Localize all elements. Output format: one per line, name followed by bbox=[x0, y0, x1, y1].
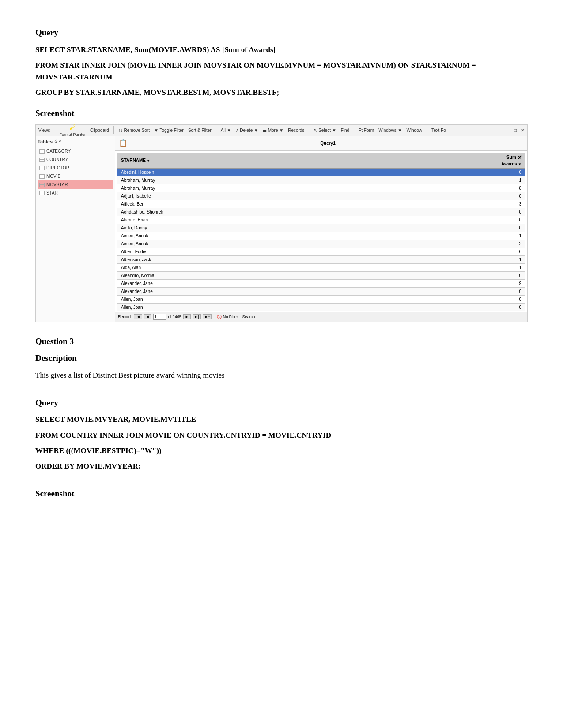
table-row: Adjani, Isabelle0 bbox=[117, 192, 525, 200]
cell-awards: 0 bbox=[490, 208, 525, 216]
ribbon-text-fo[interactable]: Text Fo bbox=[431, 127, 446, 134]
q3-query-label: Query bbox=[35, 397, 528, 409]
sidebar-item-country[interactable]: COUNTRY bbox=[38, 155, 113, 164]
ribbon-select[interactable]: ↖ Select ▼ bbox=[314, 127, 336, 134]
ribbon-window-label: Window bbox=[406, 127, 422, 134]
ribbon-delete[interactable]: ∧ Delete ▼ bbox=[236, 127, 258, 134]
cell-starname: Abraham, Murray bbox=[117, 176, 490, 184]
q3-heading: Question 3 bbox=[35, 335, 528, 348]
ribbon-clipboard[interactable]: Clipboard bbox=[90, 127, 109, 134]
ribbon-restore[interactable]: □ bbox=[514, 127, 517, 134]
q3-description-text: This gives a list of Distinct Best pictu… bbox=[35, 369, 528, 381]
clipboard-icon: 📋 bbox=[119, 138, 128, 149]
cell-starname: Allen, Joan bbox=[117, 303, 490, 311]
ribbon-sep-3 bbox=[216, 126, 216, 134]
q3-query-line-4: ORDER BY MOVIE.MVYEAR; bbox=[35, 460, 528, 472]
table-row: Affleck, Ben3 bbox=[117, 200, 525, 208]
table-row: Abedini, Hossein0 bbox=[117, 168, 525, 176]
results-table: STARNAME Sum of Awards Abedini, Hossein0… bbox=[117, 153, 525, 312]
query-line-1: SELECT STAR.STARNAME, Sum(MOVIE.AWRDS) A… bbox=[35, 44, 528, 56]
record-number-input[interactable] bbox=[153, 314, 166, 320]
record-prev-btn[interactable]: ◄ bbox=[144, 314, 151, 319]
table-row: Aiello, Danny0 bbox=[117, 224, 525, 232]
category-table-icon bbox=[39, 149, 45, 154]
director-table-icon bbox=[39, 166, 45, 170]
sidebar-label-movie: MOVIE bbox=[46, 173, 60, 180]
ribbon-toggle-filter[interactable]: ▼ Toggle Filter bbox=[154, 127, 184, 134]
cell-awards: 1 bbox=[490, 176, 525, 184]
search-label: Search bbox=[242, 314, 255, 320]
ribbon-close[interactable]: ✕ bbox=[521, 127, 525, 134]
screenshot-container: Views 🖌 Format Painter Clipboard ↑↓ Remo… bbox=[35, 124, 528, 322]
table-row: Allen, Joan0 bbox=[117, 295, 525, 303]
ribbon-minimize[interactable]: — bbox=[505, 127, 510, 134]
format-painter-icon: 🖌 bbox=[69, 123, 76, 132]
data-table-wrapper[interactable]: STARNAME Sum of Awards Abedini, Hossein0… bbox=[115, 151, 527, 312]
cell-awards: 0 bbox=[490, 287, 525, 295]
cell-awards: 2 bbox=[490, 240, 525, 248]
ribbon-sep-6 bbox=[427, 126, 427, 134]
cell-starname: Abedini, Hossein bbox=[117, 168, 490, 176]
table-row: Alexander, Jane0 bbox=[117, 287, 525, 295]
sidebar-item-star[interactable]: STAR bbox=[38, 189, 113, 197]
cell-starname: Albert, Eddie bbox=[117, 248, 490, 255]
cell-starname: Albertson, Jack bbox=[117, 255, 490, 263]
cell-starname: Affleck, Ben bbox=[117, 200, 490, 208]
cell-starname: Aiello, Danny bbox=[117, 224, 490, 232]
record-last-btn[interactable]: ►| bbox=[193, 314, 201, 319]
sidebar-item-director[interactable]: DIRECTOR bbox=[38, 164, 113, 172]
q3-query-line-1: SELECT MOVIE.MVYEAR, MOVIE.MVTITLE bbox=[35, 413, 528, 425]
q3-section: Question 3 Description This gives a list… bbox=[35, 335, 528, 500]
data-panel: 📋 Query1 STARNAME Sum of Awards Abedini,… bbox=[115, 136, 527, 322]
cell-awards: 0 bbox=[490, 216, 525, 224]
cell-awards: 0 bbox=[490, 224, 525, 232]
sidebar-collapse-btn[interactable]: ⊙ « bbox=[54, 139, 61, 145]
table-row: Abraham, Murray8 bbox=[117, 184, 525, 192]
cell-starname: Aghdashloo, Shohreh bbox=[117, 208, 490, 216]
table-row: Alexander, Jane9 bbox=[117, 279, 525, 287]
ribbon-remove-sort[interactable]: ↑↓ Remove Sort bbox=[118, 127, 150, 134]
sidebar-label-country: COUNTRY bbox=[46, 156, 68, 163]
sidebar-item-movstar[interactable]: MOVSTAR bbox=[38, 180, 113, 189]
cell-awards: 1 bbox=[490, 255, 525, 263]
filter-label: 🚫 No Filter bbox=[217, 314, 238, 320]
record-next-btn[interactable]: ► bbox=[183, 314, 191, 319]
movstar-table-icon bbox=[39, 183, 45, 187]
table-row: Aherne, Brian0 bbox=[117, 216, 525, 224]
table-row: Albert, Eddie6 bbox=[117, 248, 525, 255]
col-header-awards[interactable]: Sum of Awards bbox=[490, 153, 525, 168]
record-nav: Record: |◄ ◄ of 1465 ► ►| ►* 🚫 No Filter… bbox=[115, 312, 527, 322]
cell-awards: 0 bbox=[490, 271, 525, 279]
q3-screenshot-label: Screenshot bbox=[35, 488, 528, 500]
ribbon-all[interactable]: All ▼ bbox=[221, 127, 231, 134]
q3-query-line-2: FROM COUNTRY INNER JOIN MOVIE ON COUNTRY… bbox=[35, 429, 528, 441]
ribbon-more[interactable]: ☰ More ▼ bbox=[263, 127, 283, 134]
ribbon-sort-filter-label: Sort & Filter bbox=[188, 127, 212, 134]
star-table-icon bbox=[39, 191, 45, 195]
cell-awards: 0 bbox=[490, 303, 525, 311]
query-line-2: FROM STAR INNER JOIN (MOVIE INNER JOIN M… bbox=[35, 59, 528, 83]
ribbon-views[interactable]: Views bbox=[38, 127, 50, 134]
query-header-bar: 📋 Query1 bbox=[115, 136, 527, 151]
tables-label: Tables bbox=[38, 138, 53, 146]
sidebar-item-movie[interactable]: MOVIE bbox=[38, 172, 113, 180]
cell-starname: Alda, Alan bbox=[117, 263, 490, 271]
table-row: Aleandro, Norma0 bbox=[117, 271, 525, 279]
record-first-btn[interactable]: |◄ bbox=[134, 314, 142, 319]
table-row: Allen, Joan0 bbox=[117, 303, 525, 311]
sidebar-label-star: STAR bbox=[46, 190, 58, 196]
record-new-btn[interactable]: ►* bbox=[203, 314, 212, 319]
cell-awards: 3 bbox=[490, 200, 525, 208]
table-row: Aimee, Anouk2 bbox=[117, 240, 525, 248]
ribbon-ft-form[interactable]: Ft Form bbox=[359, 127, 374, 134]
record-total: of 1465 bbox=[168, 314, 181, 320]
col-header-starname[interactable]: STARNAME bbox=[117, 153, 490, 168]
sidebar-item-category[interactable]: CATEGORY bbox=[38, 147, 113, 155]
cell-awards: 1 bbox=[490, 232, 525, 240]
cell-starname: Alexander, Jane bbox=[117, 287, 490, 295]
query-line-3: GROUP BY STAR.STARNAME, MOVSTAR.BESTM, M… bbox=[35, 86, 528, 98]
format-painter-group[interactable]: 🖌 Format Painter bbox=[60, 123, 86, 138]
cell-starname: Aimee, Anouk bbox=[117, 240, 490, 248]
table-row: Albertson, Jack1 bbox=[117, 255, 525, 263]
ribbon-windows[interactable]: Windows ▼ bbox=[378, 127, 402, 134]
